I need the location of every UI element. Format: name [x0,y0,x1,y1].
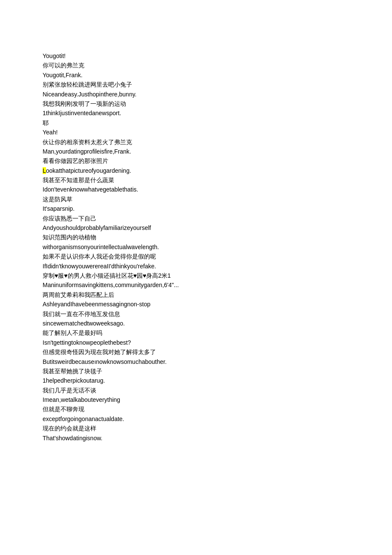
text-line-24: Maninuniformsavingkittens,communitygarde… [43,280,349,290]
text-line-17: 你应该熟悉一下自己 [43,214,349,223]
text-line-16: It'saparsnip. [43,204,349,213]
text-line-22: IfIdidn'tknowyouwerereaII'dthinkyou'refa… [43,262,349,271]
text-line-38: exceptforgoingonanactualdate. [43,414,349,424]
text-line-7: 耶 [43,118,349,128]
text-line-9: 伙让你的相亲资料太惹火了弗兰克 [43,137,349,147]
text-line-10: Man,yourdatingprofileisfire,Frank. [43,147,349,156]
text-line-5: 我想我刚刚发明了一项新的运动 [43,99,349,108]
highlighted-char: L [43,167,46,174]
text-line-32: Butitsweirdbecauseınowknowsomuchabouther… [43,357,349,366]
text-line-28: sincewematchedtwoweeksago. [43,319,349,328]
main-content: Yougotit!你可以的弗兰克Yougotit,Frank.别紧张放轻松跳进网… [43,51,349,443]
text-line-2: Yougotit,Frank. [43,70,349,80]
text-line-21: 如果不是认识你本人我还会觉得你是假的呢 [43,252,349,261]
text-line-14: Idon'tevenknowwhatvegetablethatis. [43,185,349,194]
text-line-30: Isn'tgettingtoknowpeoplethebest? [43,338,349,347]
text-line-13: 我甚至不知道那是什么蔬菜 [43,175,349,185]
text-line-26: AshleyandIhavebeenmessagingnon-stop [43,299,349,309]
text-line-12: Lookatthatpictureofyougardening. [43,166,349,175]
text-line-31: 但感觉很奇怪因为现在我对她了解得太多了 [43,347,349,357]
text-line-11: 看看你做园艺的那张照片 [43,156,349,166]
text-line-0: Yougotit! [43,51,349,61]
text-line-18: Andyoushouldprobablyfamiliarizeyourself [43,223,349,232]
text-line-6: 1thinkIjustinventedanewsport. [43,108,349,118]
text-line-4: Niceandeasy.Justhopinthere,bunny. [43,90,349,99]
text-line-19: 知识范围内的动植物 [43,232,349,242]
text-line-29: 能了解别人不是最好吗 [43,328,349,337]
text-line-20: withorganismsonyourintellectualwavelengt… [43,242,349,252]
text-line-25: 两周前艾希莉和我匹配上后 [43,290,349,299]
text-line-1: 你可以的弗兰克 [43,61,349,70]
text-line-40: That'showdatingisnow. [43,433,349,443]
text-line-15: 这是防风草 [43,195,349,204]
text-line-3: 别紧张放轻松跳进网里去吧小兔子 [43,80,349,89]
text-line-35: 我们几乎是无话不谈 [43,386,349,395]
text-line-34: 1helpedherpickoutarug. [43,376,349,385]
text-line-36: Imean,wetalkabouteverything [43,395,349,404]
text-line-33: 我甚至帮她挑了块毯子 [43,366,349,376]
text-line-8: Yeah! [43,128,349,137]
text-line-23: 穿制♥服♥的男人救小猫还搞社区花♥园♥身高2米1 [43,271,349,280]
text-line-39: 现在的约会就是这样 [43,424,349,433]
text-line-27: 我们就一直在不停地互发信息 [43,309,349,319]
text-line-37: 但就是不聊奔现 [43,404,349,414]
